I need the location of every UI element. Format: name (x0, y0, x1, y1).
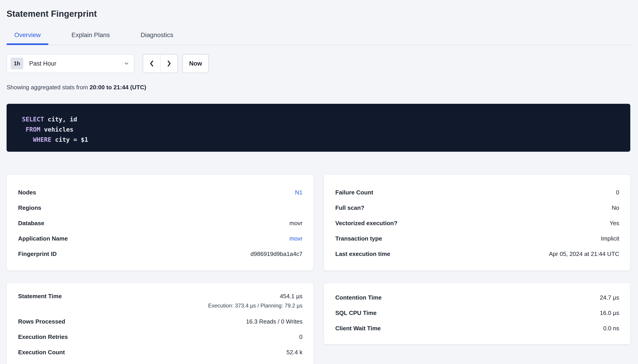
full-scan-value: No (612, 204, 619, 212)
nodes-link[interactable]: N1 (295, 189, 302, 196)
last-execution-time-value: Apr 05, 2024 at 21:44 UTC (549, 250, 619, 258)
failure-count-row: Failure Count 0 (335, 185, 619, 200)
chevron-left-icon (148, 60, 155, 67)
sql-keyword: WHERE (33, 136, 51, 143)
statement-time-values: 454.1 µs Execution: 373.4 µs / Planning:… (208, 291, 302, 310)
last-execution-time-label: Last execution time (335, 250, 390, 258)
execution-count-row: Execution Count 52.4 k (18, 344, 302, 360)
nodes-row: Nodes N1 (18, 185, 302, 200)
vectorized-execution-label: Vectorized execution? (335, 220, 397, 227)
statement-fingerprint-page: Statement Fingerprint Overview Explain P… (0, 0, 638, 364)
nodes-label: Nodes (18, 189, 36, 196)
client-wait-time-row: Client Wait Time 0.0 ns (335, 320, 619, 336)
rows-processed-row: Rows Processed 16.3 Reads / 0 Writes (18, 314, 302, 329)
fingerprint-id-value: d986919d9ba1a4c7 (250, 250, 302, 258)
database-label: Database (18, 220, 44, 227)
now-button[interactable]: Now (182, 54, 209, 73)
details-cards-row: Nodes N1 Regions Database movr Applicati… (7, 174, 630, 271)
regions-label: Regions (18, 204, 42, 212)
sql-statement-box: SELECT city, id FROM vehicles WHERE city… (7, 104, 630, 152)
execution-retries-label: Execution Retries (18, 334, 68, 340)
sql-keyword: FROM (26, 126, 40, 133)
time-toolbar: 1h Past Hour Now (7, 54, 630, 73)
previous-range-button[interactable] (143, 54, 161, 72)
regions-row: Regions (18, 200, 302, 216)
application-name-row: Application Name movr (18, 231, 302, 246)
full-scan-label: Full scan? (335, 204, 364, 212)
chevron-down-icon (124, 60, 129, 66)
statement-attributes-card: Failure Count 0 Full scan? No Vectorized… (324, 174, 630, 271)
sql-cpu-time-row: SQL CPU Time 16.0 µs (335, 305, 619, 320)
page-title: Statement Fingerprint (7, 9, 630, 19)
statement-time-row: Statement Time 454.1 µs Execution: 373.4… (18, 291, 302, 314)
transaction-type-row: Transaction type Implicit (335, 231, 619, 246)
transaction-type-value: Implicit (601, 235, 619, 242)
contention-time-label: Contention Time (335, 294, 382, 301)
transaction-type-label: Transaction type (335, 235, 382, 242)
sql-cpu-time-label: SQL CPU Time (335, 310, 377, 316)
rows-processed-value: 16.3 Reads / 0 Writes (246, 318, 302, 325)
chevron-right-icon (166, 60, 172, 67)
last-execution-time-row: Last execution time Apr 05, 2024 at 21:4… (335, 246, 619, 262)
time-range-label: Past Hour (29, 60, 124, 67)
page-content: Statement Fingerprint Overview Explain P… (0, 0, 630, 364)
tab-explain-plans[interactable]: Explain Plans (64, 32, 118, 44)
fingerprint-id-label: Fingerprint ID (18, 250, 57, 258)
execution-count-label: Execution Count (18, 349, 65, 356)
statement-details-card: Nodes N1 Regions Database movr Applicati… (7, 174, 314, 271)
vectorized-execution-row: Vectorized execution? Yes (335, 216, 619, 231)
contention-time-value: 24.7 µs (600, 294, 619, 301)
sql-fragment: city = $1 (51, 136, 88, 143)
failure-count-label: Failure Count (335, 189, 373, 196)
sql-indent (22, 136, 33, 143)
application-name-link[interactable]: movr (289, 235, 302, 242)
sql-statement-text: SELECT city, id FROM vehicles WHERE city… (22, 114, 621, 145)
stats-line-prefix: Showing aggregated stats from (7, 84, 88, 91)
tab-bar: Overview Explain Plans Diagnostics (7, 32, 630, 45)
application-name-label: Application Name (18, 235, 68, 242)
sql-keyword: SELECT (22, 116, 44, 123)
execution-retries-value: 0 (299, 334, 302, 340)
execution-retries-row: Execution Retries 0 (18, 329, 302, 344)
aggregated-stats-line: Showing aggregated stats from 20:00 to 2… (7, 84, 630, 91)
tab-overview[interactable]: Overview (7, 32, 49, 44)
statement-time-breakdown: Execution: 373.4 µs / Planning: 79.2 µs (208, 301, 302, 310)
time-range-arrows (143, 54, 178, 73)
stats-line-range: 20:00 to 21:44 (UTC) (90, 84, 146, 91)
statement-timings-card: Statement Time 454.1 µs Execution: 373.4… (7, 283, 314, 364)
statement-time-label: Statement Time (18, 291, 62, 301)
full-scan-row: Full scan? No (335, 200, 619, 216)
contention-time-row: Contention Time 24.7 µs (335, 290, 619, 305)
sql-indent (22, 126, 26, 133)
time-range-badge: 1h (11, 58, 23, 70)
sql-fragment: city, id (44, 116, 77, 123)
vectorized-execution-value: Yes (610, 220, 619, 227)
resource-usage-card: Contention Time 24.7 µs SQL CPU Time 16.… (324, 283, 630, 344)
tab-diagnostics[interactable]: Diagnostics (133, 32, 181, 44)
time-range-dropdown[interactable]: 1h Past Hour (7, 54, 134, 73)
timing-cards-row: Statement Time 454.1 µs Execution: 373.4… (7, 283, 630, 364)
sql-fragment: vehicles (40, 126, 73, 133)
failure-count-value: 0 (616, 189, 619, 196)
next-range-button[interactable] (161, 54, 178, 72)
database-value: movr (289, 220, 302, 227)
sql-cpu-time-value: 16.0 µs (600, 310, 619, 316)
client-wait-time-value: 0.0 ns (603, 325, 619, 332)
rows-processed-label: Rows Processed (18, 318, 65, 325)
statement-time-value: 454.1 µs (280, 291, 302, 301)
client-wait-time-label: Client Wait Time (335, 325, 381, 332)
execution-count-value: 52.4 k (286, 349, 302, 356)
database-row: Database movr (18, 216, 302, 231)
fingerprint-id-row: Fingerprint ID d986919d9ba1a4c7 (18, 246, 302, 262)
